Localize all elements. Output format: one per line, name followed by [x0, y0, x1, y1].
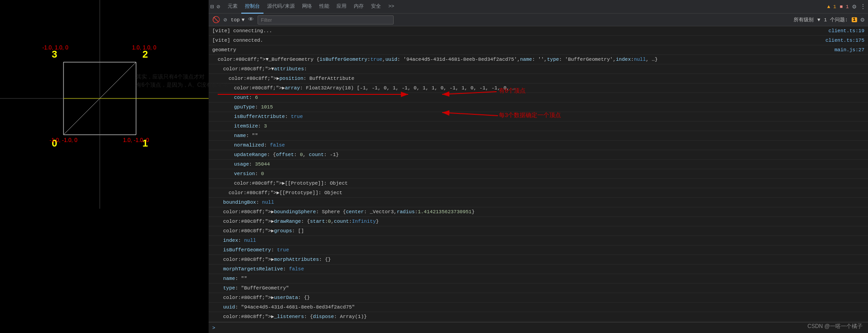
console-line: normalized: false — [209, 141, 868, 150]
console-line: morphTargetsRelative: false — [209, 264, 868, 274]
devtools-panel: ⊟ ⊘ 元素 控制台 源代码/来源 网络 性能 应用 内存 安全 >> ▲ 1 … — [209, 0, 868, 333]
console-line: isBufferAttribute: true — [209, 112, 868, 122]
tab-network[interactable]: 网络 — [298, 0, 316, 14]
tab-performance[interactable]: 性能 — [316, 0, 333, 14]
devtools-toolbar: 🚫 ⊘ top ▼ 👁 所有级别 ▼ 1 个问题: 1 ⚙ — [209, 14, 868, 26]
eye-icon[interactable]: 👁 — [248, 16, 254, 23]
console-line: name: "" — [209, 274, 868, 284]
filter-input[interactable] — [258, 15, 394, 24]
console-line: name: "" — [209, 131, 868, 141]
source-link[interactable]: client.ts:175 — [825, 37, 864, 44]
console-line: color:#80c8ff;">▶ userData: {} — [209, 293, 868, 303]
console-line: color:#80c8ff;">▶ array: Float32Array(18… — [209, 83, 868, 93]
console-output[interactable]: [vite] connecting...client.ts:19[vite] c… — [209, 26, 868, 322]
console-line: [vite] connecting...client.ts:19 — [209, 26, 868, 36]
source-link[interactable]: client.ts:19 — [829, 27, 864, 34]
level-label: 所有级别 — [794, 16, 814, 23]
console-line: usage: 35044 — [209, 160, 868, 169]
issues-count-badge: 1 — [852, 17, 857, 22]
tab-icons: ⊟ ⊘ — [210, 3, 220, 10]
console-line: color:#80c8ff;">▶ [[Prototype]]: Object — [209, 179, 868, 188]
clear-console-icon[interactable]: 🚫 — [212, 16, 220, 24]
tab-sources[interactable]: 源代码/来源 — [263, 0, 299, 14]
console-line: color:#80c8ff;">▶ groups: [] — [209, 226, 868, 236]
context-label: top — [231, 17, 240, 23]
tab-security[interactable]: 安全 — [367, 0, 385, 14]
tab-console[interactable]: 控制台 — [241, 0, 263, 14]
console-line: color:#80c8ff;">▼ _BufferGeometry {isBuf… — [209, 55, 868, 64]
context-dropdown-icon[interactable]: ▼ — [242, 17, 245, 23]
dock-icon[interactable]: ⊟ — [210, 3, 214, 10]
console-line: [vite] connected.client.ts:175 — [209, 36, 868, 45]
console-input[interactable] — [218, 325, 864, 331]
settings-icon[interactable]: ⚙ — [853, 3, 856, 10]
console-prompt: > — [212, 325, 215, 331]
console-line: color:#80c8ff;">▶ drawRange: {start: 0, … — [209, 217, 868, 226]
preserve-log-icon[interactable]: ⊘ — [224, 16, 227, 24]
error-badge: ■ 1 — [840, 4, 849, 10]
more-options-icon[interactable]: ⋮ — [860, 3, 866, 10]
source-link[interactable]: main.js:27 — [834, 46, 864, 54]
console-line: color:#80c8ff;">▶ _listeners: {dispose: … — [209, 312, 868, 322]
console-line: type: "BufferGeometry" — [209, 284, 868, 293]
console-line: index: null — [209, 236, 868, 245]
context-selector[interactable]: top ▼ — [231, 17, 244, 23]
tab-more[interactable]: >> — [385, 0, 398, 14]
canvas-area — [0, 0, 209, 333]
settings-icon-toolbar[interactable]: ⚙ — [861, 16, 864, 24]
console-line: color:#80c8ff;">▶ [[Prototype]]: Object — [209, 188, 868, 198]
warning-badge: ▲ 1 — [827, 4, 836, 10]
console-line: itemSize: 3 — [209, 122, 868, 131]
console-line: color:#80c8ff;">▶ position: BufferAttrib… — [209, 74, 868, 83]
console-line: color:#80c8ff;">▶ morphAttributes: {} — [209, 255, 868, 264]
console-line: color:#80c8ff;">▶ boundingSphere: Sphere… — [209, 207, 868, 217]
tab-right-area: ▲ 1 ■ 1 ⚙ ⋮ — [827, 3, 866, 10]
level-dropdown-icon[interactable]: ▼ — [817, 17, 820, 23]
console-line: version: 0 — [209, 169, 868, 179]
console-line: boundingBox: null — [209, 198, 868, 207]
tab-memory[interactable]: 内存 — [350, 0, 367, 14]
console-line: gpuType: 1015 — [209, 103, 868, 112]
console-line: updateRange: {offset: 0, count: -1} — [209, 150, 868, 160]
console-line: uuid: "94ace4d5-431d-4681-8eeb-8ed34f2ac… — [209, 303, 868, 312]
console-line: color:#80c8ff;">▼ attributes: — [209, 64, 868, 74]
tab-application[interactable]: 应用 — [333, 0, 350, 14]
console-line: count: 6 — [209, 93, 868, 103]
close-devtools-icon[interactable]: ⊘ — [217, 3, 220, 10]
devtools-tabs-bar: ⊟ ⊘ 元素 控制台 源代码/来源 网络 性能 应用 内存 安全 >> ▲ 1 … — [209, 0, 868, 14]
webgl-canvas — [0, 0, 209, 333]
issues-label: 1 个问题: — [824, 16, 848, 23]
console-line: isBufferGeometry: true — [209, 245, 868, 255]
console-input-line[interactable]: > — [209, 322, 868, 333]
csdn-watermark: CSDN @一嗒一个橘子 — [807, 323, 863, 330]
tab-elements[interactable]: 元素 — [224, 0, 241, 14]
console-line: geometrymain.js:27 — [209, 45, 868, 55]
